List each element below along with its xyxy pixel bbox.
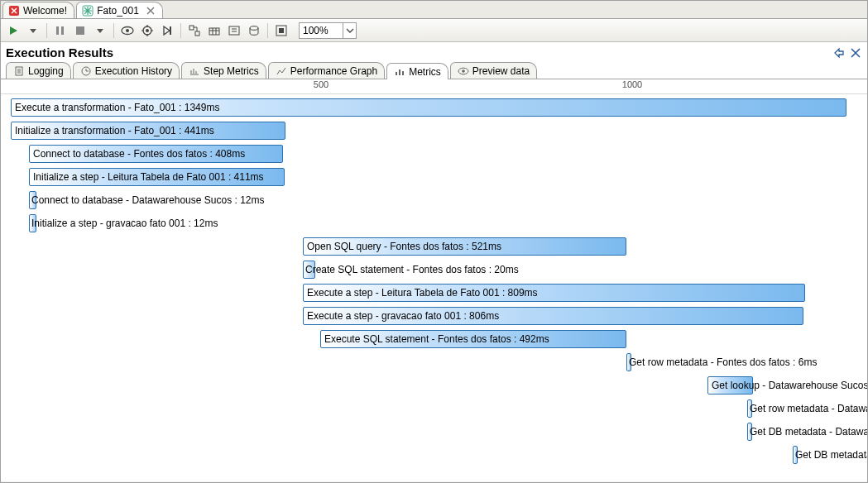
impact-button[interactable] <box>205 22 223 40</box>
graph-icon <box>276 65 287 77</box>
zoom-selector[interactable] <box>299 22 357 39</box>
metrics-icon <box>394 66 405 78</box>
tab-preview-data-label: Preview data <box>472 65 530 77</box>
sql-button[interactable] <box>225 22 243 40</box>
gantt-bar[interactable]: Get lookup - Datawarehouse Sucos <box>707 376 753 395</box>
editor-tabs: Welcome! Fato_001 <box>1 1 867 19</box>
preview-button[interactable] <box>118 22 137 40</box>
tab-execution-history[interactable]: Execution History <box>73 62 180 79</box>
debug-button[interactable] <box>138 22 156 40</box>
step-metrics-icon <box>189 65 200 77</box>
explore-db-button[interactable] <box>245 22 263 40</box>
svg-point-23 <box>462 69 465 73</box>
pause-button[interactable] <box>51 22 70 40</box>
gantt-bar[interactable]: Execute a step - Leitura Tabela de Fato … <box>303 284 805 302</box>
svg-rect-12 <box>209 28 219 35</box>
execution-results-title: Execution Results <box>6 45 113 60</box>
spoon-icon <box>8 5 20 17</box>
gantt-bar-label: Get DB metadata - Datawarehouse <box>750 426 867 438</box>
gantt-bar-label: Initialize a step - gravacao fato 001 : … <box>31 218 218 229</box>
svg-rect-20 <box>399 69 400 75</box>
execution-results-header: Execution Results <box>1 42 867 61</box>
tab-execution-history-label: Execution History <box>95 65 172 77</box>
gantt-bar[interactable]: Create SQL statement - Fontes dos fatos … <box>303 261 315 279</box>
maximize-icon[interactable] <box>832 46 846 60</box>
chevron-down-icon[interactable] <box>343 23 356 38</box>
gantt-bar-label: Open SQL query - Fontes dos fatos : 521m… <box>307 241 501 252</box>
svg-rect-13 <box>229 26 239 35</box>
run-options-button[interactable] <box>24 22 42 40</box>
close-panel-icon[interactable] <box>849 46 862 60</box>
gantt-bar[interactable]: Initialize a transformation - Fato_001 :… <box>11 122 285 140</box>
log-icon <box>13 65 25 77</box>
gantt-bar[interactable]: Connect to database - Fontes dos fatos :… <box>29 145 283 163</box>
tab-metrics[interactable]: Metrics <box>386 63 448 79</box>
gantt-bar[interactable]: Initialize a step - gravacao fato 001 : … <box>29 214 36 232</box>
gantt-bar-label: Get DB metadata <box>795 449 867 461</box>
svg-rect-21 <box>402 71 404 75</box>
gantt-bar[interactable]: Execute a transformation - Fato_001 : 13… <box>11 98 846 117</box>
gantt-bar-label: Create SQL statement - Fontes dos fatos … <box>305 264 519 275</box>
gantt-bar-label: Execute SQL statement - Fontes dos fatos… <box>324 333 549 345</box>
results-tabs: Logging Execution History Step Metrics P… <box>1 61 867 79</box>
toolbar <box>1 19 867 42</box>
svg-rect-2 <box>56 26 59 35</box>
gantt-bar[interactable]: Execute SQL statement - Fontes dos fatos… <box>320 330 626 348</box>
tab-welcome[interactable]: Welcome! <box>2 2 74 18</box>
svg-rect-3 <box>61 26 64 35</box>
tab-logging[interactable]: Logging <box>6 62 71 79</box>
axis-tick: 500 <box>314 79 328 89</box>
svg-point-6 <box>126 29 129 32</box>
tab-step-metrics[interactable]: Step Metrics <box>181 62 266 79</box>
gantt-bar[interactable]: Execute a step - gravacao fato 001 : 806… <box>303 307 803 325</box>
gantt-bar[interactable]: Get row metadata - Fontes dos fatos : 6m… <box>626 353 631 371</box>
tab-welcome-label: Welcome! <box>23 5 67 17</box>
gantt-bar-label: Execute a step - Leitura Tabela de Fato … <box>307 287 538 299</box>
gantt-bar[interactable]: Open SQL query - Fontes dos fatos : 521m… <box>303 237 626 256</box>
zoom-input[interactable] <box>300 23 343 38</box>
gantt-bar[interactable]: Get DB metadata - Datawarehouse <box>747 423 752 441</box>
eye-icon <box>458 65 469 77</box>
transformation-icon <box>82 5 94 17</box>
stop-button[interactable] <box>71 22 89 40</box>
separator <box>113 23 114 38</box>
metrics-gantt: 500 1000 Execute a transformation - Fato… <box>1 79 867 481</box>
separator <box>180 23 181 38</box>
svg-rect-9 <box>170 26 171 35</box>
gantt-bar-label: Get lookup - Datawarehouse Sucos <box>712 380 867 391</box>
svg-rect-10 <box>189 26 194 30</box>
gantt-bar-label: Get row metadata - Datawarehouse <box>750 403 867 414</box>
stop-options-button[interactable] <box>91 22 109 40</box>
tab-preview-data[interactable]: Preview data <box>450 62 537 79</box>
svg-rect-4 <box>76 26 84 35</box>
gantt-bar[interactable]: Connect to database - Datawarehouse Suco… <box>29 191 36 209</box>
svg-rect-16 <box>279 28 284 33</box>
axis-tick: 1000 <box>622 79 642 89</box>
svg-point-14 <box>250 26 258 30</box>
tab-performance-graph[interactable]: Performance Graph <box>268 62 385 79</box>
gantt-bar-label: Connect to database - Fontes dos fatos :… <box>33 148 245 160</box>
gantt-bar[interactable]: Get DB metadata <box>793 446 798 464</box>
tab-fato-001[interactable]: Fato_001 <box>76 2 163 18</box>
tab-logging-label: Logging <box>28 65 64 77</box>
svg-rect-11 <box>195 31 199 36</box>
history-icon <box>80 65 92 77</box>
show-results-button[interactable] <box>272 22 290 40</box>
svg-point-8 <box>146 29 149 32</box>
tab-step-metrics-label: Step Metrics <box>204 65 259 77</box>
gantt-bar[interactable]: Initialize a step - Leitura Tabela de Fa… <box>29 168 285 186</box>
gantt-bar[interactable]: Get row metadata - Datawarehouse <box>747 399 752 418</box>
tab-fato-001-label: Fato_001 <box>97 5 139 17</box>
separator <box>46 23 47 38</box>
gantt-bar-label: Get row metadata - Fontes dos fatos : 6m… <box>629 356 817 368</box>
gantt-bar-label: Execute a step - gravacao fato 001 : 806… <box>307 310 499 322</box>
separator <box>267 23 268 38</box>
tab-metrics-label: Metrics <box>409 66 441 78</box>
run-button[interactable] <box>4 22 22 40</box>
svg-rect-19 <box>396 72 397 75</box>
gantt-bar-label: Initialize a transformation - Fato_001 :… <box>15 125 214 136</box>
replay-button[interactable] <box>158 22 176 40</box>
verify-button[interactable] <box>185 22 204 40</box>
tab-performance-graph-label: Performance Graph <box>290 65 377 77</box>
close-icon[interactable] <box>146 6 156 16</box>
